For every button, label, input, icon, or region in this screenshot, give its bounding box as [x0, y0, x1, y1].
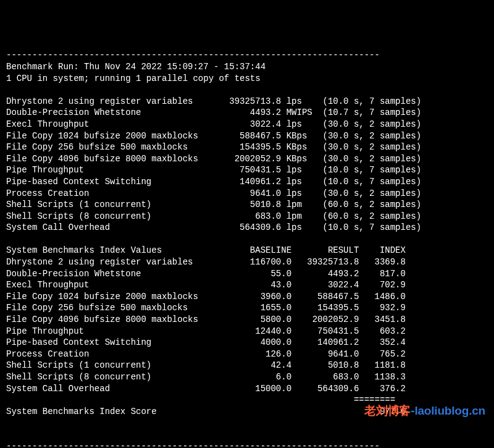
score-line: System Benchmarks Index Score 977.6 — [6, 407, 406, 416]
divider-bottom: ----------------------------------------… — [6, 441, 380, 448]
watermark-cn: 老刘博客 — [364, 404, 411, 417]
cpu-info-line: 1 CPU in system; running 1 parallel copy… — [6, 74, 261, 83]
index-table-block: System Benchmarks Index Values BASELINE … — [6, 245, 406, 393]
score-rule: ======== — [6, 395, 395, 405]
watermark-domain: -laoliublog.cn — [411, 404, 485, 417]
divider-top: ----------------------------------------… — [6, 50, 380, 60]
watermark: 老刘博客-laoliublog.cn — [364, 405, 485, 417]
timed-tests-block: Dhrystone 2 using register variables 393… — [6, 96, 421, 233]
benchmark-run-line: Benchmark Run: Thu Nov 24 2022 15:09:27 … — [6, 62, 266, 72]
terminal-output: ----------------------------------------… — [0, 46, 494, 448]
